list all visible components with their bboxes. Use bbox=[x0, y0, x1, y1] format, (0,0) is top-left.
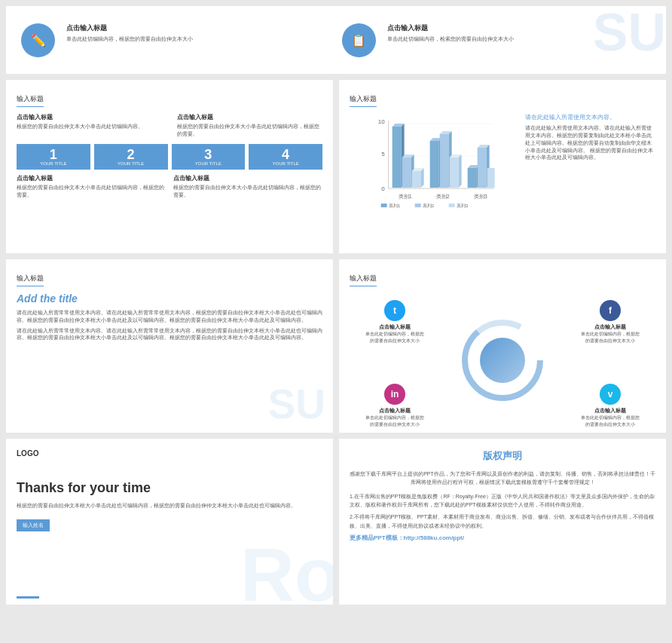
slide2-bottom-row: 点击输入标题 根据您的需要自由拉伸文本大小单击此处切编辑内容，根据您的需要。 点… bbox=[17, 174, 322, 199]
slide5-vimeo-title: 点击输入标题 bbox=[580, 407, 640, 415]
step-label-3: YOUR TITLE bbox=[174, 161, 243, 166]
svg-marker-24 bbox=[459, 155, 462, 188]
svg-text:5: 5 bbox=[381, 151, 385, 158]
slide6-logo: LOGO bbox=[17, 449, 322, 458]
slide7-title: 版权声明 bbox=[350, 449, 655, 463]
step-box-3: 3 YOUR TITLE bbox=[172, 144, 246, 170]
slide2-bottom-left-title: 点击输入标题 bbox=[17, 174, 166, 182]
slide4-su-watermark: SU bbox=[268, 384, 325, 425]
step-box-2: 2 YOUR TITLE bbox=[94, 144, 168, 170]
svg-rect-19 bbox=[440, 134, 449, 188]
slide5-instagram-text: 点击输入标题 单击此处切编辑内容，根据您的需要自由拉伸文本大小 bbox=[365, 407, 425, 428]
facebook-icon: f bbox=[600, 300, 621, 321]
slide5-facebook-text: 点击输入标题 单击此处切编辑内容，根据您的需要自由拉伸文本大小 bbox=[580, 323, 640, 344]
slide5-facebook-body: 单击此处切编辑内容，根据您的需要自由拉伸文本大小 bbox=[580, 331, 640, 344]
slide2-top-right-title: 点击输入标题 bbox=[177, 113, 322, 121]
slide2-bottom-left-body: 根据您的需要自由拉伸文本大小单击此处切编辑内容，根据您的需要。 bbox=[17, 184, 166, 199]
slide6-thanks: Thanks for your time bbox=[17, 480, 322, 496]
svg-rect-22 bbox=[450, 158, 459, 188]
slide2-top-left-body: 根据您的需要自由拉伸文本大小单击此处切编辑内容。 bbox=[17, 123, 162, 130]
step-num-2: 2 bbox=[96, 148, 166, 161]
slide4-body1: 请在此处输入所需常常使用文本内容。请在此处输入所需常常使用文本内容，根据您的需要… bbox=[17, 309, 322, 324]
slide6-ro-watermark: Ro bbox=[240, 537, 333, 605]
slide5-vimeo-text: 点击输入标题 单击此处切编辑内容，根据您的需要自由拉伸文本大小 bbox=[580, 407, 640, 428]
slide3-body: 请在此处输入所需使用文本内容。请在此处输入所需使用文本内容。根据您的需要复制由此… bbox=[525, 124, 655, 161]
svg-text:类别2: 类别2 bbox=[436, 194, 450, 199]
svg-marker-15 bbox=[421, 168, 424, 188]
slide5-instagram: in 点击输入标题 单击此处切编辑内容，根据您的需要自由拉伸文本大小 bbox=[365, 384, 425, 428]
instagram-icon: in bbox=[384, 384, 405, 405]
slide-1: ✏️ 点击输入标题 单击此处切编辑内容，根据您的需要自由拉伸文本大小 📋 点击输… bbox=[6, 6, 666, 74]
slide7-item1: 1.在千库网出售的PPT模板是免版权费（RF：Royalty-Free）正版《中… bbox=[350, 492, 655, 509]
slide4-title: 输入标题 bbox=[17, 274, 44, 286]
slide5-twitter-body: 单击此处切编辑内容，根据您的需要自由拉伸文本大小 bbox=[365, 331, 425, 344]
slide6-name-button[interactable]: 输入姓名 bbox=[17, 519, 50, 531]
slide3-text: 请在此处输入所需使用文本内容。 请在此处输入所需使用文本内容。请在此处输入所需使… bbox=[525, 113, 655, 219]
slide2-bottom-right-title: 点击输入标题 bbox=[173, 174, 322, 182]
slide2-bottom-left: 点击输入标题 根据您的需要自由拉伸文本大小单击此处切编辑内容，根据您的需要。 bbox=[17, 174, 166, 199]
slide5-twitter-text: 点击输入标题 单击此处切编辑内容，根据您的需要自由拉伸文本大小 bbox=[365, 323, 425, 344]
svg-text:10: 10 bbox=[378, 118, 385, 125]
slide3-chart: 10 5 0 bbox=[350, 113, 518, 219]
svg-text:系列1: 系列1 bbox=[389, 204, 401, 208]
slide6-bottom-line bbox=[17, 596, 39, 599]
slide5-twitter: t 点击输入标题 单击此处切编辑内容，根据您的需要自由拉伸文本大小 bbox=[365, 300, 425, 344]
svg-rect-28 bbox=[478, 148, 487, 188]
slide7-more-link[interactable]: 更多精品PPT模板：http://588ku.com/ppt/ bbox=[350, 534, 655, 542]
step-num-3: 3 bbox=[174, 148, 243, 161]
slide2-bottom-right-body: 根据您的需要自由拉伸文本大小单击此处切编辑内容，根据您的需要。 bbox=[173, 184, 322, 199]
step-label-2: YOUR TITLE bbox=[96, 161, 166, 166]
slide5-title: 输入标题 bbox=[350, 274, 377, 286]
svg-rect-13 bbox=[412, 171, 421, 188]
step-num-1: 1 bbox=[19, 148, 88, 161]
slide5-facebook: f 点击输入标题 单击此处切编辑内容，根据您的需要自由拉伸文本大小 bbox=[580, 300, 640, 344]
slide5-center-circle bbox=[480, 338, 525, 383]
slide2-top-left: 点击输入标题 根据您的需要自由拉伸文本大小单击此处切编辑内容。 bbox=[17, 113, 162, 138]
slide1-right-body: 单击此处切编辑内容，检索您的需要自由拉伸文本大小 bbox=[387, 36, 514, 41]
slide7-intro: 感谢您下载千库网平台上提供的PPT作品，为了您和千库网以及原创作者的利益，请勿复… bbox=[350, 470, 655, 486]
twitter-icon: t bbox=[384, 300, 405, 321]
svg-rect-39 bbox=[449, 204, 455, 207]
slide5-social-container: t 点击输入标题 单击此处切编辑内容，根据您的需要自由拉伸文本大小 f 点击输入… bbox=[350, 292, 655, 428]
vimeo-icon: v bbox=[600, 384, 621, 405]
step-label-1: YOUR TITLE bbox=[19, 161, 88, 166]
slide2-top-row: 点击输入标题 根据您的需要自由拉伸文本大小单击此处切编辑内容。 点击输入标题 根… bbox=[17, 113, 322, 138]
slide2-top-right-body: 根据您的需要自由拉伸文本大小单击此处切编辑内容，根据您的需要。 bbox=[177, 123, 322, 138]
slide5-instagram-title: 点击输入标题 bbox=[365, 407, 425, 415]
slide1-left-title: 点击输入标题 bbox=[66, 23, 331, 33]
step-num-4: 4 bbox=[251, 148, 320, 161]
svg-rect-37 bbox=[415, 204, 421, 207]
slide5-facebook-title: 点击输入标题 bbox=[580, 323, 640, 331]
slide2-top-left-title: 点击输入标题 bbox=[17, 113, 162, 121]
bar-chart-svg: 10 5 0 bbox=[350, 113, 518, 211]
svg-rect-10 bbox=[402, 158, 411, 188]
svg-rect-35 bbox=[381, 204, 387, 207]
slide-5: 输入标题 t 点击输入标题 单击此处切编辑内容，根据您的需要自由拉伸文本大小 f… bbox=[339, 259, 666, 433]
svg-text:系列3: 系列3 bbox=[457, 204, 469, 208]
slide2-title: 输入标题 bbox=[17, 94, 44, 107]
svg-text:0: 0 bbox=[381, 185, 385, 192]
slide3-chart-area: 10 5 0 bbox=[350, 113, 655, 219]
slide-7: 版权声明 感谢您下载千库网平台上提供的PPT作品，为了您和千库网以及原创作者的利… bbox=[339, 439, 666, 605]
slide5-vimeo: v 点击输入标题 单击此处切编辑内容，根据您的需要自由拉伸文本大小 bbox=[580, 384, 640, 428]
slide7-item2: 2.不得将千库网的PPT模板、PPT素材、本素材用于商业发布、商业出售、拆借、修… bbox=[350, 513, 655, 529]
svg-rect-7 bbox=[393, 127, 402, 188]
svg-text:系列2: 系列2 bbox=[423, 204, 435, 208]
step-box-1: 1 YOUR TITLE bbox=[17, 144, 90, 170]
slide1-su-watermark: SU bbox=[593, 6, 666, 59]
svg-text:类别3: 类别3 bbox=[474, 194, 487, 199]
slide4-body2: 请在此处输入所需常常使用文本内容。请在此处输入所需常常使用文本内容，根据您的需要… bbox=[17, 327, 322, 342]
slide-3: 输入标题 10 5 0 bbox=[339, 80, 666, 253]
slide-2: 输入标题 点击输入标题 根据您的需要自由拉伸文本大小单击此处切编辑内容。 点击输… bbox=[6, 80, 333, 253]
slide3-title: 输入标题 bbox=[350, 94, 377, 107]
slide5-vimeo-body: 单击此处切编辑内容，根据您的需要自由拉伸文本大小 bbox=[580, 415, 640, 428]
slide1-right-icon: 📋 bbox=[342, 23, 376, 57]
slide5-twitter-title: 点击输入标题 bbox=[365, 323, 425, 331]
step-label-4: YOUR TITLE bbox=[251, 161, 320, 166]
svg-rect-16 bbox=[430, 141, 439, 188]
slide2-bottom-right: 点击输入标题 根据您的需要自由拉伸文本大小单击此处切编辑内容，根据您的需要。 bbox=[173, 174, 322, 199]
slide2-top-right: 点击输入标题 根据您的需要自由拉伸文本大小单击此处切编辑内容，根据您的需要。 bbox=[177, 113, 322, 138]
step-box-4: 4 YOUR TITLE bbox=[249, 144, 322, 170]
slide3-highlight: 请在此处输入所需使用文本内容。 bbox=[525, 113, 655, 121]
slide2-step-boxes: 1 YOUR TITLE 2 YOUR TITLE 3 YOUR TITLE 4… bbox=[17, 144, 322, 170]
